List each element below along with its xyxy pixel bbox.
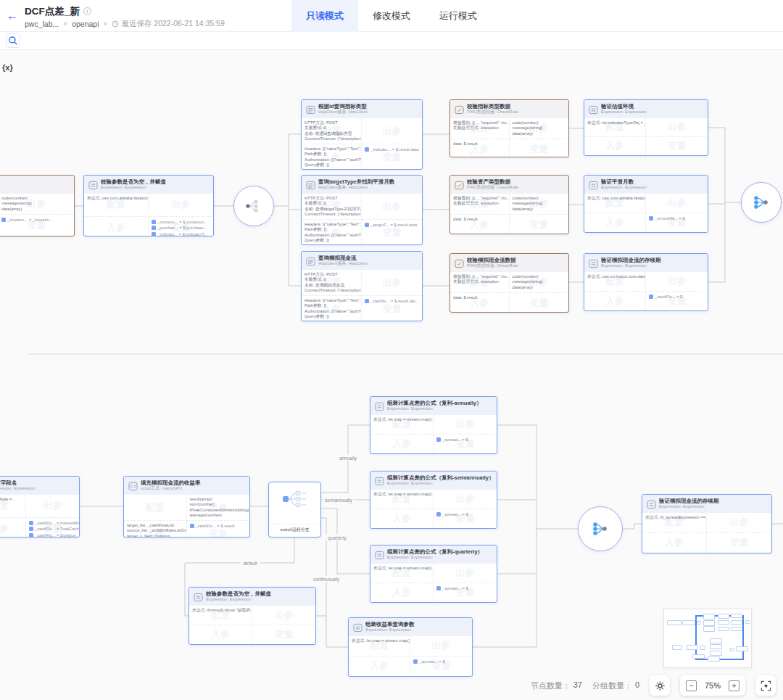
node-subtitle: Expression: Expression — [601, 185, 647, 190]
flow-node-check-indicator-data[interactable]: 校验指标类型数据PWC数据校验: CheckRule配置校验规则: [{ ...… — [450, 99, 569, 157]
flow-node-verify-env[interactable]: 验证估值环境Expression: Expression配置表达式: let i… — [584, 99, 708, 156]
node-config-line: Authorization: [{"name":"authTyp... — [304, 157, 358, 162]
switch-node-label: switch流程分支 — [272, 524, 318, 533]
join-node[interactable] — [741, 182, 782, 223]
fit-view-button[interactable] — [755, 675, 776, 696]
minimap-node — [697, 621, 700, 625]
node-title: 组装计算点差的公式（复利-quarterly） — [387, 549, 483, 556]
variable-tag[interactable]: _cashflo... = $.result.dat... — [365, 298, 419, 305]
quadrant-watermark: 变量 — [646, 137, 708, 156]
quadrant-watermark: 出参 — [26, 495, 79, 517]
minimap-node — [703, 626, 715, 632]
flow-node-verify-duration-bottom[interactable]: 验证模拟现金流的存续期Expression: Expression配置表达式: … — [642, 494, 772, 553]
status-bar: 节点数量： 37 分组数量： 0 − 75% + — [531, 675, 776, 696]
flow-canvas[interactable]: {x} 节点数量： 37 分组数量： 0 − 75% + 配置出参code(nu… — [0, 49, 783, 700]
variable-tag[interactable]: _compou... = $.compoun... — [152, 219, 210, 226]
script-node-icon — [128, 481, 138, 490]
flow-node-set-field-name[interactable]: 设置字段名Expression: Expression配置Rate =...出参… — [0, 476, 80, 538]
flow-node-http-target-type[interactable]: 查询targetType并找到平滑月数HttpClient服务: HttpCli… — [301, 175, 423, 245]
flow-node-check-left-partial[interactable]: 配置出参code(number)message(string)data(arra… — [0, 175, 75, 236]
flow-node-yield-query-params[interactable]: 组装收益率查询参数Expression: Expression配置表达式: le… — [348, 617, 473, 677]
node-title: 组装收益率查询参数 — [365, 622, 415, 628]
breadcrumb-api[interactable]: openapi — [72, 20, 99, 28]
variable-chip-icon — [152, 226, 156, 230]
variable-tag[interactable]: _indicato... = $.indicatorT... — [152, 231, 210, 237]
minimap-node — [710, 644, 722, 649]
tab-run[interactable]: 运行模式 — [425, 0, 492, 32]
expr-node-icon — [647, 499, 656, 508]
minimap[interactable] — [663, 609, 752, 668]
quadrant-watermark: 出参 — [362, 118, 422, 144]
search-button[interactable] — [6, 33, 20, 48]
node-config-line: message(string) — [1, 201, 71, 206]
chevron-down-icon[interactable]: ∨ — [104, 20, 108, 27]
variable-tag[interactable]: _cashFlo... = $.result — [190, 523, 247, 530]
fork-node[interactable] — [233, 186, 274, 226]
flow-node-http-sim-cashflow[interactable]: 查询模拟现金流HttpClient服务: HttpClient配置HTTP方法:… — [301, 251, 423, 321]
breadcrumb-project[interactable]: pwc_lab... — [25, 20, 59, 28]
variable-tag[interactable]: _spread... = $ — [413, 659, 469, 665]
variable-tag[interactable]: _cashFlo... = $ — [649, 294, 705, 300]
node-title: 设置字段名 — [0, 480, 36, 487]
variable-tag[interactable]: _spread... = $ — [436, 437, 494, 443]
variable-tag[interactable]: _cashFlo... = InterestRate — [29, 520, 76, 527]
node-config-line: Rate =... — [0, 497, 22, 502]
variable-tag[interactable]: _smoothM... = $ — [649, 215, 705, 222]
minimap-node — [718, 627, 729, 632]
flow-node-http-indicator-type[interactable]: 根据id查询指标类型HttpClient服务: HttpClient配置HTTP… — [301, 99, 423, 170]
flow-node-verify-smooth-months[interactable]: 验证平滑月数Expression: Expression配置表达式: use c… — [584, 175, 708, 233]
switch-node[interactable]: switch流程分支 — [268, 482, 321, 538]
edge-label-quarterly: quarterly — [326, 535, 348, 541]
flow-node-check-params-top[interactable]: 校验参数是否为空，并赋值Expression: Expression配置表达式:… — [83, 175, 214, 236]
variable-tag[interactable]: _spread... = $ — [436, 511, 494, 518]
node-config-line: iPeakComponentVersion(string) — [190, 508, 247, 513]
node-config-line: 表达式: let map = stream.map()... — [373, 492, 430, 497]
flow-node-formula-quarterly[interactable]: 组装计算点差的公式（复利-quarterly）Expression: Expre… — [370, 545, 497, 603]
variable-chip-icon — [1, 218, 6, 222]
chevron-down-icon[interactable]: ∨ — [63, 20, 67, 27]
http-node-icon — [306, 104, 315, 114]
flow-node-verify-duration-top[interactable]: 验证模拟现金流的存续期Expression: Expression配置表达式: … — [584, 253, 708, 311]
minimap-node — [708, 656, 720, 662]
minimap-node — [731, 614, 743, 618]
info-icon[interactable]: i — [83, 7, 91, 15]
join-node[interactable] — [578, 506, 623, 551]
flow-node-check-params-bottom[interactable]: 校验参数是否为空，并赋值Expression: Expression配置表达式:… — [188, 587, 316, 645]
variable-tag[interactable]: _cashFlo... = TotalCashF... — [29, 526, 76, 532]
node-subtitle: Expression: Expression — [387, 406, 481, 411]
back-button[interactable]: ← — [0, 9, 25, 22]
variables-icon[interactable]: {x} — [2, 63, 13, 72]
flow-node-formula-semiannually[interactable]: 组装计算点差的公式（复利-semiannually）Expression: Ex… — [370, 471, 497, 529]
node-config-line: Headers: [{"valueType":"Text","n... — [304, 147, 358, 152]
node-config-line: Path参数: [] — [304, 152, 358, 157]
flow-node-check-cashflow-data[interactable]: 校验模拟现金流数据PWC数据校验: CheckRule配置校验规则: [{ ..… — [450, 253, 569, 313]
minimap-node — [731, 627, 743, 632]
node-subtitle: PWC数据校验: CheckRule — [467, 110, 518, 115]
quadrant-watermark: 出参 — [646, 118, 708, 136]
variable-tag[interactable]: _spread... = $ — [436, 585, 494, 592]
quadrant-watermark: 出参 — [646, 194, 708, 213]
node-count-label: 节点数量： — [531, 680, 571, 691]
app-header: ← DCF点差_新 i pwc_lab... ∨ openapi ∨ 最近保存 … — [0, 0, 783, 32]
tab-readonly[interactable]: 只读模式 — [291, 0, 358, 32]
zoom-out-button[interactable]: − — [686, 680, 697, 691]
settings-button[interactable] — [650, 675, 670, 696]
variable-tag[interactable]: _cashFlo... = Duration — [29, 532, 76, 538]
zoom-controls: − 75% + — [680, 675, 745, 696]
variable-chip-icon — [152, 220, 156, 224]
variable-tag[interactable]: _purchas... = $.purchase... — [152, 225, 210, 231]
variable-tag[interactable]: _indicato... = $.result.data — [365, 147, 419, 153]
minimap-node — [710, 651, 722, 656]
tab-modify[interactable]: 修改模式 — [358, 0, 425, 32]
flow-node-fill-yield[interactable]: 填充模拟现金流的收益率script工具: manyGPX配置出参result(a… — [123, 476, 250, 538]
variable-tag[interactable]: _investm... = _investm... — [1, 217, 71, 223]
flow-node-check-asset-data[interactable]: 校验资产类型数据PWC数据校验: CheckRule配置校验规则: [{ ...… — [450, 175, 569, 234]
variable-tag[interactable]: _targetT... = $.result.data — [365, 222, 419, 228]
quadrant-watermark: 入参 — [0, 518, 25, 538]
node-config-line: code(number) — [1, 196, 71, 201]
zoom-in-button[interactable]: + — [729, 680, 740, 691]
node-title: 校验参数是否为空，并赋值 — [101, 179, 166, 186]
check-node-icon — [455, 258, 464, 268]
minimap-node — [682, 620, 695, 625]
flow-node-formula-annually[interactable]: 组装计算点差的公式（复利-annually）Expression: Expres… — [370, 396, 497, 454]
